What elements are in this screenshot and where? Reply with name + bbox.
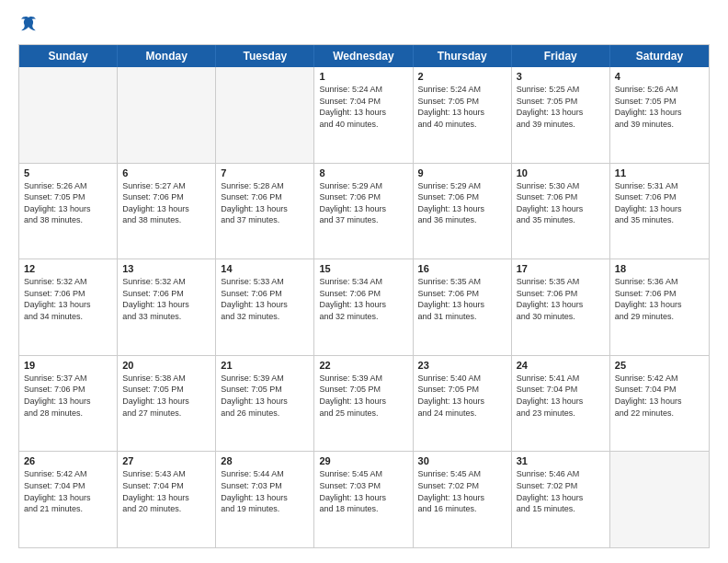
day-number: 28 <box>221 455 309 466</box>
day-info: Sunrise: 5:39 AM Sunset: 7:05 PM Dayligh… <box>221 373 309 419</box>
calendar-day-12: 12Sunrise: 5:32 AM Sunset: 7:06 PM Dayli… <box>19 259 118 355</box>
calendar-row-1: 1Sunrise: 5:24 AM Sunset: 7:04 PM Daylig… <box>19 67 709 163</box>
day-info: Sunrise: 5:28 AM Sunset: 7:06 PM Dayligh… <box>221 180 309 226</box>
day-info: Sunrise: 5:45 AM Sunset: 7:02 PM Dayligh… <box>418 468 506 514</box>
day-info: Sunrise: 5:45 AM Sunset: 7:03 PM Dayligh… <box>319 468 407 514</box>
calendar-day-10: 10Sunrise: 5:30 AM Sunset: 7:06 PM Dayli… <box>512 164 610 259</box>
calendar-day-31: 31Sunrise: 5:46 AM Sunset: 7:02 PM Dayli… <box>512 452 610 547</box>
calendar-day-19: 19Sunrise: 5:37 AM Sunset: 7:06 PM Dayli… <box>19 356 118 452</box>
day-number: 29 <box>319 455 407 466</box>
day-number: 11 <box>615 167 704 178</box>
day-info: Sunrise: 5:35 AM Sunset: 7:06 PM Dayligh… <box>517 276 605 322</box>
day-info: Sunrise: 5:30 AM Sunset: 7:06 PM Dayligh… <box>517 180 605 226</box>
header-day-wednesday: Wednesday <box>314 45 413 67</box>
day-number: 19 <box>24 360 112 371</box>
calendar-day-11: 11Sunrise: 5:31 AM Sunset: 7:06 PM Dayli… <box>610 164 709 259</box>
calendar-day-empty <box>610 452 709 547</box>
day-number: 4 <box>615 71 704 82</box>
day-info: Sunrise: 5:40 AM Sunset: 7:05 PM Dayligh… <box>418 373 506 419</box>
calendar-day-3: 3Sunrise: 5:25 AM Sunset: 7:05 PM Daylig… <box>512 67 610 163</box>
calendar-day-16: 16Sunrise: 5:35 AM Sunset: 7:06 PM Dayli… <box>414 259 512 355</box>
header-day-saturday: Saturday <box>610 45 709 67</box>
calendar-day-empty <box>216 67 314 163</box>
day-info: Sunrise: 5:38 AM Sunset: 7:05 PM Dayligh… <box>122 373 210 419</box>
calendar-day-empty <box>118 67 216 163</box>
day-info: Sunrise: 5:35 AM Sunset: 7:06 PM Dayligh… <box>418 276 506 322</box>
page: SundayMondayTuesdayWednesdayThursdayFrid… <box>0 0 728 563</box>
day-number: 26 <box>24 455 112 466</box>
header-day-friday: Friday <box>512 45 610 67</box>
logo <box>18 15 42 35</box>
calendar-day-15: 15Sunrise: 5:34 AM Sunset: 7:06 PM Dayli… <box>314 259 413 355</box>
calendar-day-8: 8Sunrise: 5:29 AM Sunset: 7:06 PM Daylig… <box>314 164 413 259</box>
day-info: Sunrise: 5:26 AM Sunset: 7:05 PM Dayligh… <box>615 84 704 130</box>
day-number: 23 <box>418 360 506 371</box>
calendar-day-26: 26Sunrise: 5:42 AM Sunset: 7:04 PM Dayli… <box>19 452 118 547</box>
day-number: 25 <box>615 360 704 371</box>
day-info: Sunrise: 5:29 AM Sunset: 7:06 PM Dayligh… <box>319 180 407 226</box>
day-info: Sunrise: 5:39 AM Sunset: 7:05 PM Dayligh… <box>319 373 407 419</box>
calendar-day-empty <box>19 67 118 163</box>
day-number: 31 <box>517 455 605 466</box>
day-number: 27 <box>122 455 210 466</box>
day-number: 30 <box>418 455 506 466</box>
calendar-day-5: 5Sunrise: 5:26 AM Sunset: 7:05 PM Daylig… <box>19 164 118 259</box>
calendar-header: SundayMondayTuesdayWednesdayThursdayFrid… <box>19 45 709 67</box>
calendar-day-13: 13Sunrise: 5:32 AM Sunset: 7:06 PM Dayli… <box>118 259 216 355</box>
day-number: 22 <box>319 360 407 371</box>
day-info: Sunrise: 5:25 AM Sunset: 7:05 PM Dayligh… <box>517 84 605 130</box>
calendar-day-4: 4Sunrise: 5:26 AM Sunset: 7:05 PM Daylig… <box>610 67 709 163</box>
header-day-thursday: Thursday <box>414 45 512 67</box>
calendar-day-23: 23Sunrise: 5:40 AM Sunset: 7:05 PM Dayli… <box>414 356 512 452</box>
calendar-body: 1Sunrise: 5:24 AM Sunset: 7:04 PM Daylig… <box>19 67 709 547</box>
header <box>18 15 710 35</box>
calendar-row-5: 26Sunrise: 5:42 AM Sunset: 7:04 PM Dayli… <box>19 451 709 547</box>
day-number: 24 <box>517 360 605 371</box>
day-number: 15 <box>319 263 407 274</box>
calendar-day-25: 25Sunrise: 5:42 AM Sunset: 7:04 PM Dayli… <box>610 356 709 452</box>
day-info: Sunrise: 5:32 AM Sunset: 7:06 PM Dayligh… <box>24 276 112 322</box>
day-number: 14 <box>221 263 309 274</box>
day-number: 17 <box>517 263 605 274</box>
day-info: Sunrise: 5:37 AM Sunset: 7:06 PM Dayligh… <box>24 373 112 419</box>
day-number: 7 <box>221 167 309 178</box>
calendar-day-18: 18Sunrise: 5:36 AM Sunset: 7:06 PM Dayli… <box>610 259 709 355</box>
day-number: 5 <box>24 167 112 178</box>
header-day-tuesday: Tuesday <box>216 45 314 67</box>
day-info: Sunrise: 5:41 AM Sunset: 7:04 PM Dayligh… <box>517 373 605 419</box>
calendar-day-30: 30Sunrise: 5:45 AM Sunset: 7:02 PM Dayli… <box>414 452 512 547</box>
calendar-day-7: 7Sunrise: 5:28 AM Sunset: 7:06 PM Daylig… <box>216 164 314 259</box>
calendar-day-24: 24Sunrise: 5:41 AM Sunset: 7:04 PM Dayli… <box>512 356 610 452</box>
day-info: Sunrise: 5:29 AM Sunset: 7:06 PM Dayligh… <box>418 180 506 226</box>
calendar-day-22: 22Sunrise: 5:39 AM Sunset: 7:05 PM Dayli… <box>314 356 413 452</box>
calendar-day-17: 17Sunrise: 5:35 AM Sunset: 7:06 PM Dayli… <box>512 259 610 355</box>
day-info: Sunrise: 5:32 AM Sunset: 7:06 PM Dayligh… <box>122 276 210 322</box>
header-day-sunday: Sunday <box>19 45 118 67</box>
calendar-day-1: 1Sunrise: 5:24 AM Sunset: 7:04 PM Daylig… <box>314 67 413 163</box>
calendar-day-20: 20Sunrise: 5:38 AM Sunset: 7:05 PM Dayli… <box>118 356 216 452</box>
calendar-day-9: 9Sunrise: 5:29 AM Sunset: 7:06 PM Daylig… <box>414 164 512 259</box>
calendar-day-28: 28Sunrise: 5:44 AM Sunset: 7:03 PM Dayli… <box>216 452 314 547</box>
calendar-day-2: 2Sunrise: 5:24 AM Sunset: 7:05 PM Daylig… <box>414 67 512 163</box>
day-number: 20 <box>122 360 210 371</box>
logo-bird-icon <box>18 15 39 35</box>
day-info: Sunrise: 5:33 AM Sunset: 7:06 PM Dayligh… <box>221 276 309 322</box>
day-info: Sunrise: 5:44 AM Sunset: 7:03 PM Dayligh… <box>221 468 309 514</box>
day-info: Sunrise: 5:46 AM Sunset: 7:02 PM Dayligh… <box>517 468 605 514</box>
calendar-row-4: 19Sunrise: 5:37 AM Sunset: 7:06 PM Dayli… <box>19 355 709 452</box>
day-number: 3 <box>517 71 605 82</box>
calendar-day-21: 21Sunrise: 5:39 AM Sunset: 7:05 PM Dayli… <box>216 356 314 452</box>
day-number: 12 <box>24 263 112 274</box>
day-info: Sunrise: 5:24 AM Sunset: 7:05 PM Dayligh… <box>418 84 506 130</box>
day-info: Sunrise: 5:34 AM Sunset: 7:06 PM Dayligh… <box>319 276 407 322</box>
day-number: 8 <box>319 167 407 178</box>
calendar-day-6: 6Sunrise: 5:27 AM Sunset: 7:06 PM Daylig… <box>118 164 216 259</box>
day-info: Sunrise: 5:42 AM Sunset: 7:04 PM Dayligh… <box>615 373 704 419</box>
day-number: 9 <box>418 167 506 178</box>
day-number: 13 <box>122 263 210 274</box>
day-info: Sunrise: 5:26 AM Sunset: 7:05 PM Dayligh… <box>24 180 112 226</box>
day-number: 10 <box>517 167 605 178</box>
day-number: 21 <box>221 360 309 371</box>
day-info: Sunrise: 5:42 AM Sunset: 7:04 PM Dayligh… <box>24 468 112 514</box>
day-number: 16 <box>418 263 506 274</box>
